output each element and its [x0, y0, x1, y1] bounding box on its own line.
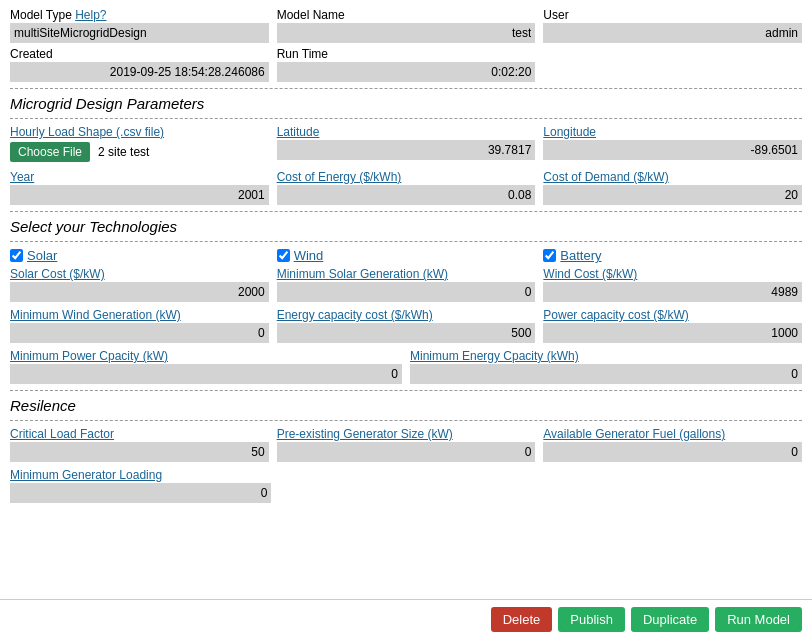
divider-4	[10, 241, 802, 242]
longitude-input[interactable]	[543, 140, 802, 160]
cost-energy-label[interactable]: Cost of Energy ($/kWh)	[277, 170, 536, 184]
divider-2	[10, 118, 802, 119]
solar-label[interactable]: Solar	[27, 248, 57, 263]
wind-label[interactable]: Wind	[294, 248, 324, 263]
avail-fuel-input[interactable]	[543, 442, 802, 462]
divider-1	[10, 88, 802, 89]
power-cap-cost-input[interactable]	[543, 323, 802, 343]
min-solar-gen-label[interactable]: Minimum Solar Generation (kW)	[277, 267, 536, 281]
solar-checkbox-row[interactable]: Solar	[10, 248, 269, 263]
bottom-bar: Delete Publish Duplicate Run Model	[0, 599, 812, 639]
min-wind-gen-input[interactable]	[10, 323, 269, 343]
min-gen-loading-label[interactable]: Minimum Generator Loading	[10, 468, 271, 482]
help-link[interactable]: Help?	[75, 8, 106, 22]
year-input[interactable]	[10, 185, 269, 205]
run-time-input	[277, 62, 536, 82]
wind-cost-input[interactable]	[543, 282, 802, 302]
min-energy-cap-label[interactable]: Minimum Energy Cpacity (kWh)	[410, 349, 802, 363]
pre-gen-input[interactable]	[277, 442, 536, 462]
avail-fuel-label[interactable]: Available Generator Fuel (gallons)	[543, 427, 802, 441]
run-model-button[interactable]: Run Model	[715, 607, 802, 632]
solar-checkbox[interactable]	[10, 249, 23, 262]
min-energy-cap-input[interactable]	[410, 364, 802, 384]
delete-button[interactable]: Delete	[491, 607, 553, 632]
solar-cost-input[interactable]	[10, 282, 269, 302]
critical-load-label[interactable]: Critical Load Factor	[10, 427, 269, 441]
microgrid-section-title: Microgrid Design Parameters	[10, 95, 802, 112]
cost-energy-input[interactable]	[277, 185, 536, 205]
publish-button[interactable]: Publish	[558, 607, 625, 632]
created-label: Created	[10, 47, 269, 61]
created-input	[10, 62, 269, 82]
energy-cap-cost-input[interactable]	[277, 323, 536, 343]
min-solar-gen-input[interactable]	[277, 282, 536, 302]
latitude-input[interactable]	[277, 140, 536, 160]
energy-cap-cost-label[interactable]: Energy capacity cost ($/kWh)	[277, 308, 536, 322]
cost-demand-input[interactable]	[543, 185, 802, 205]
model-name-input[interactable]	[277, 23, 536, 43]
pre-gen-label[interactable]: Pre-existing Generator Size (kW)	[277, 427, 536, 441]
choose-file-button[interactable]: Choose File	[10, 142, 90, 162]
wind-cost-label[interactable]: Wind Cost ($/kW)	[543, 267, 802, 281]
resilience-section-title: Resilence	[10, 397, 802, 414]
model-type-label: Model Type Help?	[10, 8, 269, 22]
hourly-load-label[interactable]: Hourly Load Shape (.csv file)	[10, 125, 269, 139]
battery-label[interactable]: Battery	[560, 248, 601, 263]
min-power-cap-label[interactable]: Minimum Power Cpacity (kW)	[10, 349, 402, 363]
cost-demand-label[interactable]: Cost of Demand ($/kW)	[543, 170, 802, 184]
model-name-label: Model Name	[277, 8, 536, 22]
duplicate-button[interactable]: Duplicate	[631, 607, 709, 632]
latitude-label[interactable]: Latitude	[277, 125, 536, 139]
run-time-label: Run Time	[277, 47, 536, 61]
battery-checkbox[interactable]	[543, 249, 556, 262]
file-name-text: 2 site test	[98, 145, 149, 159]
user-label: User	[543, 8, 802, 22]
technologies-section-title: Select your Technologies	[10, 218, 802, 235]
divider-3	[10, 211, 802, 212]
min-wind-gen-label[interactable]: Minimum Wind Generation (kW)	[10, 308, 269, 322]
wind-checkbox-row[interactable]: Wind	[277, 248, 536, 263]
divider-6	[10, 420, 802, 421]
solar-cost-label[interactable]: Solar Cost ($/kW)	[10, 267, 269, 281]
battery-checkbox-row[interactable]: Battery	[543, 248, 802, 263]
longitude-label[interactable]: Longitude	[543, 125, 802, 139]
year-label[interactable]: Year	[10, 170, 269, 184]
wind-checkbox[interactable]	[277, 249, 290, 262]
divider-5	[10, 390, 802, 391]
min-power-cap-input[interactable]	[10, 364, 402, 384]
critical-load-input[interactable]	[10, 442, 269, 462]
power-cap-cost-label[interactable]: Power capacity cost ($/kW)	[543, 308, 802, 322]
min-gen-loading-input[interactable]	[10, 483, 271, 503]
model-type-input[interactable]	[10, 23, 269, 43]
user-input[interactable]	[543, 23, 802, 43]
